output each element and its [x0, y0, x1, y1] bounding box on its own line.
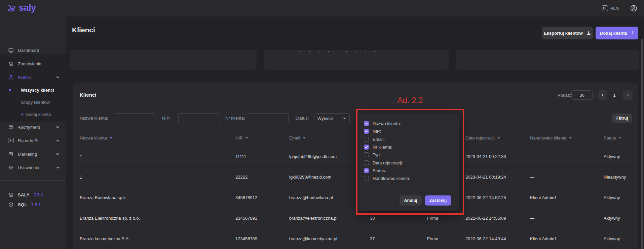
popup-option-registration-date[interactable]: Data rejestracji:: [358, 159, 459, 166]
logo-cart-icon: [7, 4, 17, 12]
checkbox-icon: [364, 168, 369, 173]
table-row[interactable]: 122222igk98293@nezid.com2023-04-21 00:19…: [80, 166, 632, 187]
cart-icon: [8, 192, 14, 198]
sidebar-item-bi-reports[interactable]: Bi Raporty BI: [0, 134, 66, 147]
chevron-down-icon: [55, 75, 60, 80]
status-value: Aktywny: [604, 216, 632, 221]
currency-icon: Bi: [602, 5, 608, 11]
chevron-down-icon: [342, 116, 346, 120]
sidebar-item-settings[interactable]: Ustawienia: [0, 161, 66, 174]
status-select[interactable]: Wybierz: [314, 113, 350, 123]
export-clients-button[interactable]: Eksportuj klientów: [542, 27, 593, 39]
plus-icon: +: [21, 112, 24, 117]
popup-option-nip[interactable]: NIP:: [358, 127, 459, 135]
chevron-left-icon: [601, 93, 605, 97]
page-header: Klienci Eksportuj klientów Dodaj klienta…: [66, 17, 644, 50]
column-header-status[interactable]: Status: [604, 135, 632, 141]
cancel-button[interactable]: Anuluj: [400, 195, 422, 206]
chevron-down-icon: [55, 165, 60, 170]
sidebar-subitem-client-groups[interactable]: Grupy klientów: [0, 96, 66, 108]
filter-nip-input[interactable]: [178, 113, 220, 123]
table-row[interactable]: Branża Elektroniczna sp. z o.o.234567891…: [80, 208, 632, 228]
currency-code: PLN: [610, 6, 619, 11]
chevron-down-icon: [55, 138, 60, 143]
current-page: 1: [610, 90, 619, 100]
plus-icon: +: [631, 30, 634, 37]
sort-icon: [110, 137, 112, 139]
popup-option-client-no[interactable]: Nr klienta:: [358, 143, 459, 151]
account-button[interactable]: [630, 5, 637, 12]
sidebar-subitem-all-clients[interactable]: Wszyscy klienci: [0, 84, 66, 96]
checkbox-icon: [364, 160, 369, 165]
popup-option-status[interactable]: Status:: [358, 167, 459, 175]
page-title: Klienci: [72, 26, 95, 34]
column-header-name[interactable]: Nazwa klienta: [80, 135, 235, 141]
table-row[interactable]: Branża Budowlana sp.k.345678912branza@bu…: [80, 187, 632, 208]
show-label: Pokaż:: [558, 93, 571, 98]
table-row[interactable]: 111111lghjctubl465@jocdk.com2023-04-21 0…: [80, 146, 632, 166]
package-icon: [8, 124, 14, 130]
vertical-scrollbar[interactable]: [641, 39, 643, 249]
column-header-salesman[interactable]: Handlowiec klienta: [530, 135, 604, 141]
popup-option-name[interactable]: Nazwa klienta:: [358, 120, 459, 127]
sort-icon: [569, 137, 572, 139]
sidebar-divider: [0, 180, 66, 181]
annotation-label: Ad. 2.2: [356, 96, 464, 105]
app-root: saly Bi PLN Dashboard Zamówienia: [0, 0, 644, 249]
filter-button[interactable]: Filtruj: [612, 114, 632, 123]
table-body: 111111lghjctubl465@jocdk.com2023-04-21 0…: [73, 146, 638, 249]
chevron-right-icon: [626, 93, 630, 97]
column-picker-popup: Nazwa klienta: NIP: Email: Nr klienta: T…: [358, 114, 459, 211]
popup-option-email[interactable]: Email:: [358, 135, 459, 143]
table-row[interactable]: Branża kosmetyczna S.A.123456789branza@k…: [80, 228, 632, 249]
filter-client-no-label: Nr klienta:: [225, 116, 245, 121]
news-icon: [8, 151, 14, 157]
account-icon: [630, 5, 637, 12]
checkbox-icon: [364, 137, 369, 142]
sidebar-item-orders[interactable]: Zamówienia: [0, 57, 66, 70]
clipped-chart-ticks: [291, 51, 339, 52]
logo-text: saly: [19, 3, 36, 13]
column-header-registration-date[interactable]: Data rejestracji: [465, 135, 530, 141]
filter-status-label: Status:: [295, 116, 309, 121]
filter-name-label: Nazwa klienta:: [80, 116, 108, 121]
apply-button[interactable]: Zastosuj: [425, 195, 451, 206]
sort-icon: [497, 137, 500, 139]
sidebar-item-assortment[interactable]: Asortyment: [0, 120, 66, 134]
filter-client-no-input[interactable]: [247, 113, 289, 123]
clients-panel: Klienci Pokaż: 1 Nazwa klienta: NIP: Nr …: [73, 83, 638, 249]
version-sql: SQL 7.5.1: [0, 199, 66, 210]
currency-selector[interactable]: Bi PLN: [602, 5, 619, 11]
checkbox-icon: [364, 176, 369, 181]
add-client-button[interactable]: Dodaj klienta +: [596, 27, 638, 39]
popup-option-type[interactable]: Typ:: [358, 151, 459, 159]
filter-name-input[interactable]: [114, 113, 155, 123]
table-header: Nazwa klienta NIP Email Data rejestracji…: [80, 130, 632, 146]
prev-page-button[interactable]: [598, 90, 607, 100]
next-page-button[interactable]: [623, 90, 633, 100]
page-size-input[interactable]: [571, 90, 593, 100]
sidebar-item-marketing[interactable]: Marketing: [0, 147, 66, 161]
gear-icon: [8, 165, 14, 170]
column-header-nip[interactable]: NIP: [235, 135, 289, 141]
topbar: saly Bi PLN: [0, 0, 644, 17]
bi-reports-icon: Bi: [8, 138, 14, 143]
sidebar-subitem-add-client[interactable]: + Dodaj klienta: [0, 108, 66, 120]
app-logo[interactable]: saly: [7, 3, 36, 13]
status-value: Aktywny: [604, 236, 632, 241]
popup-option-salesman[interactable]: Handlowiec klienta:: [358, 175, 459, 182]
panel-title: Klienci: [80, 92, 96, 98]
clipped-card-3: [456, 50, 639, 70]
sidebar-item-clients[interactable]: Klienci: [0, 70, 66, 84]
column-header-email[interactable]: Email: [289, 135, 370, 141]
monitor-icon: [8, 48, 14, 53]
divider: [73, 107, 638, 107]
active-bullet-icon: [9, 89, 11, 91]
checkbox-icon: [364, 152, 369, 157]
sidebar-item-dashboard[interactable]: Dashboard: [0, 43, 66, 57]
checkbox-icon: [364, 121, 369, 126]
clipped-card-2: [264, 50, 449, 70]
topbar-right: Bi PLN: [602, 0, 637, 17]
sidebar: Dashboard Zamówienia Klienci Wszyscy kli…: [0, 17, 66, 249]
checkbox-icon: [364, 129, 369, 134]
